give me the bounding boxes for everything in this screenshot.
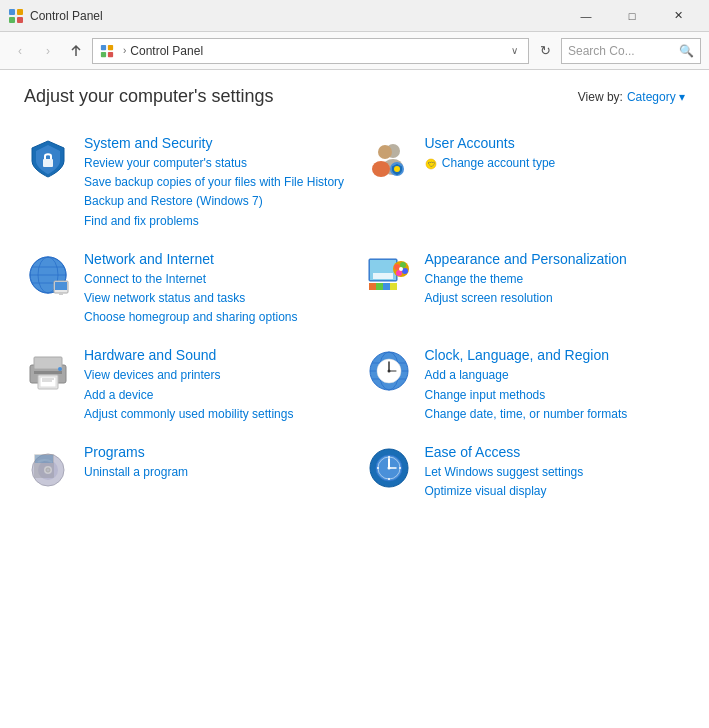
system-security-link-1[interactable]: Review your computer's status [84,154,345,173]
clock-language-icon [365,347,413,395]
svg-rect-2 [9,17,15,23]
network-internet-link-2[interactable]: View network status and tasks [84,289,345,308]
hardware-sound-icon [24,347,72,395]
svg-rect-8 [43,159,53,167]
path-chevron: › [123,45,126,56]
appearance-icon [365,251,413,299]
clock-language-content: Clock, Language, and Region Add a langua… [425,347,686,424]
search-box[interactable]: Search Co... 🔍 [561,38,701,64]
forward-button[interactable]: › [36,39,60,63]
category-user-accounts: User Accounts 🛡 Change account type [365,125,686,241]
clock-language-title[interactable]: Clock, Language, and Region [425,347,686,363]
path-dropdown-arrow[interactable]: ∨ [507,45,522,56]
minimize-button[interactable]: — [563,0,609,32]
appearance-title[interactable]: Appearance and Personalization [425,251,686,267]
svg-rect-25 [59,293,63,295]
category-system-security: System and Security Review your computer… [24,125,345,241]
title-bar-controls: — □ ✕ [563,0,701,32]
title-bar: Control Panel — □ ✕ [0,0,709,32]
hardware-sound-link-3[interactable]: Adjust commonly used mobility settings [84,405,345,424]
user-accounts-title[interactable]: User Accounts [425,135,686,151]
address-path[interactable]: › Control Panel ∨ [92,38,529,64]
network-internet-link-3[interactable]: Choose homegroup and sharing options [84,308,345,327]
svg-point-12 [372,161,390,177]
svg-rect-6 [101,51,106,56]
ease-of-access-link-2[interactable]: Optimize visual display [425,482,686,501]
search-icon: 🔍 [679,44,694,58]
programs-link-1[interactable]: Uninstall a program [84,463,345,482]
category-network-internet: Network and Internet Connect to the Inte… [24,241,345,338]
svg-rect-40 [34,357,62,369]
svg-rect-24 [55,282,67,290]
ease-of-access-title[interactable]: Ease of Access [425,444,686,460]
system-security-link-3[interactable]: Backup and Restore (Windows 7) [84,192,345,211]
hardware-sound-title[interactable]: Hardware and Sound [84,347,345,363]
up-button[interactable] [64,39,88,63]
svg-rect-36 [376,283,383,290]
view-by-dropdown[interactable]: Category ▾ [627,90,685,104]
ease-of-access-icon [365,444,413,492]
system-security-content: System and Security Review your computer… [84,135,345,231]
view-by: View by: Category ▾ [578,90,685,104]
path-text: Control Panel [130,44,507,58]
appearance-link-2[interactable]: Adjust screen resolution [425,289,686,308]
clock-language-link-3[interactable]: Change date, time, or number formats [425,405,686,424]
ease-of-access-link-1[interactable]: Let Windows suggest settings [425,463,686,482]
programs-title[interactable]: Programs [84,444,345,460]
system-security-title[interactable]: System and Security [84,135,345,151]
svg-rect-43 [40,377,56,387]
category-clock-language: Clock, Language, and Region Add a langua… [365,337,686,434]
category-appearance: Appearance and Personalization Change th… [365,241,686,338]
svg-rect-61 [35,455,53,463]
appearance-content: Appearance and Personalization Change th… [425,251,686,308]
back-button[interactable]: ‹ [8,39,32,63]
system-security-link-2[interactable]: Save backup copies of your files with Fi… [84,173,345,192]
appearance-link-1[interactable]: Change the theme [425,270,686,289]
svg-rect-1 [17,9,23,15]
categories-grid: System and Security Review your computer… [24,125,685,511]
title-bar-icon [8,8,24,24]
page-title: Adjust your computer's settings [24,86,274,107]
system-security-link-4[interactable]: Find and fix problems [84,212,345,231]
svg-rect-38 [390,283,397,290]
programs-content: Programs Uninstall a program [84,444,345,482]
title-bar-title: Control Panel [30,9,563,23]
svg-text:🛡: 🛡 [427,161,434,168]
network-internet-title[interactable]: Network and Internet [84,251,345,267]
svg-rect-28 [373,273,393,279]
svg-rect-7 [108,51,113,56]
clock-language-link-2[interactable]: Change input methods [425,386,686,405]
system-security-icon [24,135,72,183]
user-accounts-link-1[interactable]: 🛡 Change account type [425,154,686,173]
category-ease-of-access: Ease of Access Let Windows suggest setti… [365,434,686,511]
svg-point-34 [399,267,403,271]
user-accounts-icon [365,135,413,183]
hardware-sound-link-2[interactable]: Add a device [84,386,345,405]
hardware-sound-content: Hardware and Sound View devices and prin… [84,347,345,424]
view-by-label: View by: [578,90,623,104]
svg-point-14 [394,166,400,172]
network-internet-content: Network and Internet Connect to the Inte… [84,251,345,328]
main-content: Adjust your computer's settings View by:… [0,70,709,527]
maximize-button[interactable]: □ [609,0,655,32]
hardware-sound-link-1[interactable]: View devices and printers [84,366,345,385]
network-internet-link-1[interactable]: Connect to the Internet [84,270,345,289]
svg-rect-5 [108,44,113,49]
svg-rect-35 [369,283,376,290]
address-bar: ‹ › › Control Panel ∨ ↻ Search Co... 🔍 [0,32,709,70]
svg-point-67 [387,466,390,469]
ease-of-access-content: Ease of Access Let Windows suggest setti… [425,444,686,501]
network-internet-icon [24,251,72,299]
svg-rect-4 [101,44,106,49]
user-accounts-content: User Accounts 🛡 Change account type [425,135,686,173]
search-placeholder: Search Co... [568,44,635,58]
refresh-button[interactable]: ↻ [533,39,557,63]
svg-rect-3 [17,17,23,23]
close-button[interactable]: ✕ [655,0,701,32]
header-row: Adjust your computer's settings View by:… [24,86,685,107]
programs-icon [24,444,72,492]
category-hardware-sound: Hardware and Sound View devices and prin… [24,337,345,434]
svg-rect-0 [9,9,15,15]
clock-language-link-1[interactable]: Add a language [425,366,686,385]
svg-point-11 [378,145,392,159]
